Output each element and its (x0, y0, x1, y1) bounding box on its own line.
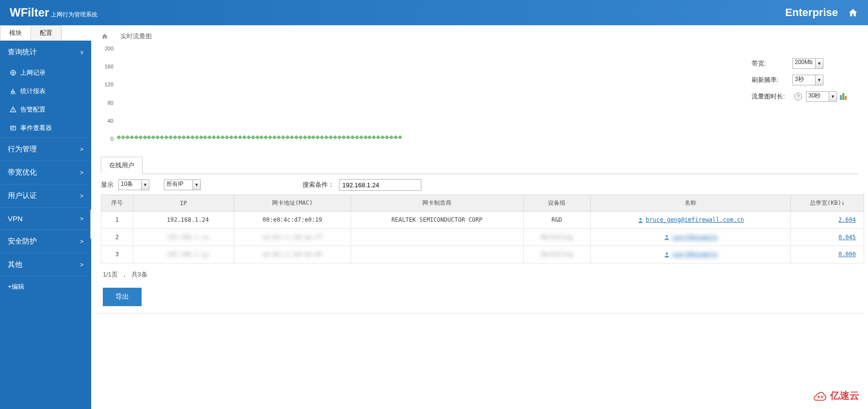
pager-sep: ， (121, 271, 128, 278)
nav-head-bandwidth[interactable]: 带宽优化> (0, 161, 91, 184)
bar-chart-icon[interactable] (840, 93, 847, 100)
online-users-table: 序号IP网卡地址(MAC)网卡制造商设备组名称总带宽(KB)↓ 1192.168… (101, 195, 864, 263)
export-button[interactable]: 导出 (103, 288, 142, 306)
cell-ip: 192.168.1.xx (133, 229, 234, 246)
chevron-right-icon: > (80, 193, 83, 199)
user-icon (663, 234, 670, 241)
table-header[interactable]: 网卡地址(MAC) (234, 195, 351, 212)
sidebar-tab-modules[interactable]: 模块 (0, 25, 31, 40)
chart-point (225, 135, 229, 139)
dropdown-arrow-icon[interactable]: ▼ (193, 180, 201, 190)
chart-point (372, 135, 376, 139)
chart-point (255, 135, 259, 139)
bandwidth-select[interactable]: 200Mb (792, 58, 816, 69)
chart-point (242, 135, 246, 139)
cell-mac: aa:bb:cc:dd:ee:00 (234, 246, 351, 263)
event-icon (10, 125, 16, 131)
user-link[interactable]: user3@example (672, 251, 718, 258)
chart-point (251, 135, 255, 139)
table-header[interactable]: 网卡制造商 (351, 195, 523, 212)
tab-online-users[interactable]: 在线用户 (101, 157, 143, 174)
bw-link[interactable]: 2.604 (838, 216, 861, 223)
chart-point (298, 135, 302, 139)
home-icon[interactable] (848, 8, 858, 17)
search-input[interactable] (339, 179, 421, 191)
cell-name: bruce_geng@imfirewall.com.cn (590, 212, 790, 229)
chart-point (381, 135, 385, 139)
dropdown-arrow-icon[interactable]: ▼ (816, 58, 823, 69)
nav-head-security[interactable]: 安全防护> (0, 230, 91, 253)
chart-point (238, 135, 242, 139)
user-link[interactable]: user2@example (672, 234, 718, 241)
edition-label: Enterprise (785, 6, 838, 19)
table-toolbar: 显示 10条 ▼ 所有IP ▼ 搜索条件： (91, 174, 868, 195)
chart-point (268, 135, 272, 139)
nav-item-alert[interactable]: 告警配置 (0, 100, 91, 119)
help-icon[interactable]: ? (794, 93, 802, 100)
chart-point (126, 135, 129, 139)
sidebar: 模块 配置 查询统计 v 上网记录 统计报表 告警配置 (0, 25, 91, 409)
cell-group: R&D (523, 212, 590, 229)
sidebar-edit-button[interactable]: +编辑 (0, 277, 91, 297)
table-row[interactable]: 1192.168.1.2400:e0:4c:d7:e0:19REALTEK SE… (101, 212, 864, 229)
nav-head-vpn[interactable]: VPN> (0, 208, 91, 229)
chart-point (212, 135, 216, 139)
user-link[interactable]: bruce_geng@imfirewall.com.cn (646, 216, 744, 223)
table-header[interactable]: 总带宽(KB)↓ (791, 195, 864, 212)
ip-filter-select[interactable]: 所有IP (164, 180, 193, 190)
nav-item-report[interactable]: 统计报表 (0, 82, 91, 100)
chart-point (138, 135, 142, 139)
table-header[interactable]: 序号 (101, 195, 133, 212)
svg-point-7 (818, 396, 820, 398)
watermark: 亿速云 (814, 389, 859, 402)
chart-point (117, 135, 121, 139)
table-header[interactable]: 名称 (590, 195, 790, 212)
chart-point (216, 135, 220, 139)
traffic-chart: 20016012080400 (101, 46, 402, 147)
svg-point-5 (666, 235, 668, 237)
dropdown-arrow-icon[interactable]: ▼ (816, 75, 823, 85)
dropdown-arrow-icon[interactable]: ▼ (829, 91, 837, 102)
chart-point (199, 135, 203, 139)
dropdown-arrow-icon[interactable]: ▼ (142, 180, 149, 190)
nav-item-web-log[interactable]: 上网记录 (0, 64, 91, 82)
show-label: 显示 (101, 180, 113, 189)
user-icon (637, 217, 644, 224)
nav-item-event[interactable]: 事件查看器 (0, 119, 91, 137)
cell-idx: 2 (101, 229, 133, 246)
y-tick: 160 (105, 64, 113, 69)
nav-head-other[interactable]: 其他> (0, 253, 91, 276)
nav-item-label: 告警配置 (20, 105, 46, 114)
chart-point (264, 135, 268, 139)
duration-select[interactable]: 30秒 (806, 91, 829, 102)
home-icon[interactable] (101, 33, 109, 40)
chart-point (134, 135, 138, 139)
page-size-select[interactable]: 10条 (118, 180, 142, 190)
bw-link[interactable]: 0.000 (838, 251, 861, 258)
cell-vendor (351, 229, 523, 246)
table-header[interactable]: IP (133, 195, 234, 212)
table-row[interactable]: 2192.168.1.xxaa:bb:cc:dd:ee:ffMarketingu… (101, 229, 864, 246)
y-tick: 80 (108, 100, 113, 106)
chart-point (354, 135, 358, 139)
refresh-select[interactable]: 3秒 (792, 75, 816, 85)
table-row[interactable]: 3192.168.1.yyaa:bb:cc:dd:ee:00Marketingu… (101, 246, 864, 263)
chart-point (368, 135, 371, 139)
main-content: 实时流量图 20016012080400 带宽: 200Mb ▼ (91, 25, 868, 409)
bw-link[interactable]: 0.045 (838, 234, 861, 241)
nav-item-label: 统计报表 (20, 87, 46, 96)
cell-idx: 3 (101, 246, 133, 263)
nav-head-auth[interactable]: 用户认证> (0, 184, 91, 207)
sidebar-tab-config[interactable]: 配置 (31, 25, 62, 40)
nav-label: 行为管理 (8, 145, 37, 154)
table-header[interactable]: 设备组 (523, 195, 590, 212)
nav-head-query[interactable]: 查询统计 v (0, 41, 91, 64)
chart-point (342, 135, 346, 139)
chart-point (316, 135, 320, 139)
nav-head-behavior[interactable]: 行为管理> (0, 138, 91, 161)
chart-point (130, 135, 134, 139)
chart-point (320, 135, 324, 139)
y-tick: 0 (111, 136, 113, 142)
nav-label: VPN (8, 214, 23, 223)
pager-total: 共3条 (131, 271, 147, 278)
